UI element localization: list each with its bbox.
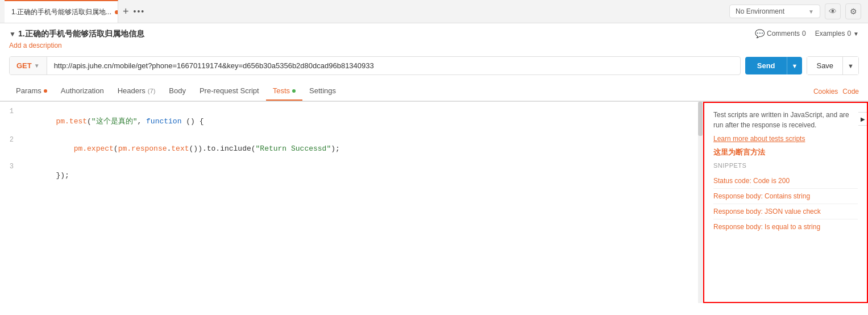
eye-icon: 👁 — [829, 7, 837, 16]
cookies-button[interactable]: Cookies — [813, 88, 838, 96]
method-chevron-icon: ▼ — [34, 63, 40, 69]
env-chevron-icon: ▼ — [808, 9, 814, 15]
gear-icon: ⚙ — [850, 7, 857, 16]
request-title: 1.正确的手机号能够活取归属地信息 — [18, 29, 144, 39]
snippet-1[interactable]: Status code: Code is 200 — [713, 173, 858, 189]
collapse-arrow-icon[interactable]: ▼ — [9, 30, 16, 38]
line-num-3: 3 — [0, 161, 20, 171]
comments-label: Comments — [767, 30, 800, 38]
gear-icon-btn[interactable]: ⚙ — [845, 3, 861, 19]
snippet-3[interactable]: Response body: JSON value check — [713, 204, 858, 219]
right-panel: ▶ Test scripts are written in JavaScript… — [703, 102, 868, 303]
save-dropdown-button[interactable]: ▼ — [842, 56, 859, 75]
tab-title: 1.正确的手机号能够活取归属地... — [11, 7, 111, 17]
url-input[interactable] — [47, 57, 740, 74]
code-editor[interactable]: 1 pm.test("这个是真的", function () { 2 pm.ex… — [0, 102, 703, 303]
examples-label: Examples — [815, 30, 845, 38]
comments-count: 0 — [802, 30, 806, 38]
tab-headers[interactable]: Headers (7) — [111, 82, 163, 101]
tests-dot — [292, 89, 296, 93]
panel-toggle-icon[interactable]: ▶ — [858, 112, 867, 126]
tab-prerequest[interactable]: Pre-request Script — [193, 82, 266, 101]
examples-chevron-icon: ▼ — [853, 31, 859, 37]
learn-more-link[interactable]: Learn more about tests scripts — [713, 135, 858, 143]
code-line-2: 2 pm.expect(pm.response.text()).to.inclu… — [0, 135, 703, 161]
headers-count: (7) — [148, 88, 155, 94]
eye-icon-btn[interactable]: 👁 — [825, 3, 841, 19]
environment-select[interactable]: No Environment ▼ — [729, 5, 820, 18]
line-num-2: 2 — [0, 135, 20, 144]
tab-authorization[interactable]: Authorization — [54, 82, 111, 101]
code-line-3: 3 }); — [0, 161, 703, 188]
comments-button[interactable]: 💬 Comments 0 — [755, 29, 806, 38]
scrollbar-thumb — [698, 102, 703, 136]
code-line-1: 1 pm.test("这个是真的", function () { — [0, 106, 703, 135]
more-tabs-icon[interactable]: ••• — [134, 7, 146, 16]
line-code-1: pm.test("这个是真的", function () { — [20, 106, 703, 135]
snippet-4[interactable]: Response body: Is equal to a string — [713, 219, 858, 234]
panel-info-text: Test scripts are written in JavaScript, … — [713, 110, 858, 130]
tab-settings[interactable]: Settings — [302, 82, 343, 101]
send-dropdown-button[interactable]: ▼ — [787, 57, 803, 74]
tab-tests[interactable]: Tests — [266, 82, 302, 101]
snippets-label: SNIPPETS — [713, 162, 858, 169]
main-content: 1 pm.test("这个是真的", function () { 2 pm.ex… — [0, 102, 868, 303]
comments-bubble-icon: 💬 — [755, 29, 765, 38]
add-tab-icon[interactable]: + — [123, 6, 129, 18]
tab-params[interactable]: Params — [9, 82, 54, 101]
line-num-1: 1 — [0, 106, 20, 115]
line-code-2: pm.expect(pm.response.text()).to.include… — [20, 135, 703, 161]
active-tab[interactable]: 1.正确的手机号能够活取归属地... — [5, 0, 118, 23]
add-description-link[interactable]: Add a description — [0, 42, 868, 56]
scrollbar-track — [698, 102, 703, 303]
save-button[interactable]: Save — [807, 56, 842, 75]
line-code-3: }); — [20, 161, 703, 188]
examples-count: 0 — [847, 30, 851, 38]
send-button[interactable]: Send — [745, 57, 787, 74]
tab-actions: + ••• — [118, 6, 145, 18]
tab-body[interactable]: Body — [162, 82, 193, 101]
method-label: GET — [16, 61, 32, 70]
request-tabs: Params Authorization Headers (7) Body Pr… — [0, 82, 868, 101]
code-button[interactable]: Code — [842, 88, 859, 96]
snippet-2[interactable]: Response body: Contains string — [713, 189, 858, 204]
method-select[interactable]: GET ▼ — [10, 57, 47, 74]
examples-button[interactable]: Examples 0 ▼ — [815, 30, 859, 38]
params-dot — [44, 89, 47, 93]
assertion-heading: 这里为断言方法 — [713, 147, 858, 158]
env-label: No Environment — [736, 7, 784, 15]
